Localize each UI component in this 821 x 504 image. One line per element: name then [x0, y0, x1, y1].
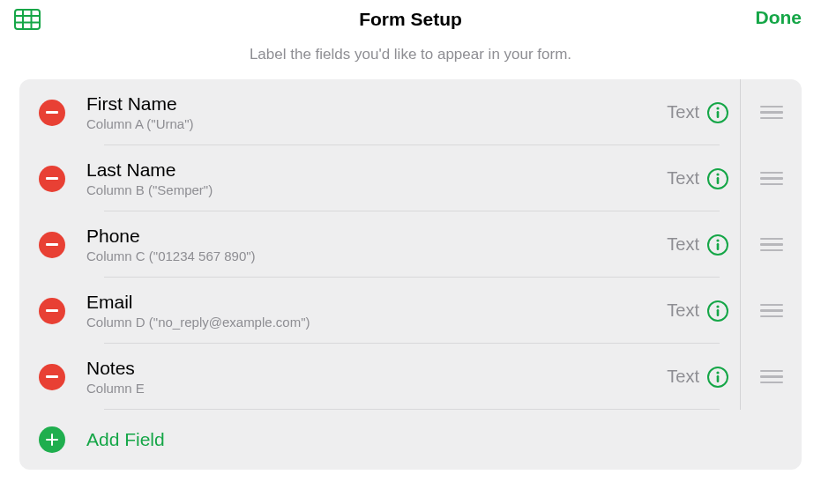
drag-line-icon	[760, 304, 783, 307]
field-type-label: Text	[667, 234, 699, 255]
field-info-button[interactable]	[706, 167, 729, 190]
info-icon	[706, 101, 729, 124]
page-title: Form Setup	[359, 9, 462, 30]
field-info-button[interactable]	[706, 101, 729, 124]
field-name: Notes	[86, 357, 667, 379]
field-info-button[interactable]	[706, 233, 729, 256]
drag-handle[interactable]	[751, 97, 792, 129]
drag-handle[interactable]	[751, 163, 792, 195]
field-row: Email Column D ("no_reply@example.com") …	[19, 278, 802, 344]
subtitle-text: Label the fields you'd like to appear in…	[0, 46, 821, 63]
remove-field-button[interactable]	[39, 166, 65, 192]
svg-rect-10	[717, 177, 720, 184]
field-row: Phone Column C ("01234 567 890") Text	[19, 211, 802, 278]
field-subtext: Column D ("no_reply@example.com")	[86, 315, 667, 330]
done-button[interactable]: Done	[756, 7, 802, 28]
add-field-row[interactable]: Add Field	[19, 410, 802, 470]
drag-line-icon	[760, 309, 783, 312]
drag-handle[interactable]	[751, 295, 792, 327]
remove-field-button[interactable]	[39, 232, 65, 258]
field-subtext: Column A ("Urna")	[86, 116, 667, 132]
drag-line-icon	[760, 238, 783, 241]
field-type-label: Text	[667, 367, 699, 387]
drag-handle[interactable]	[751, 229, 792, 261]
svg-point-18	[716, 371, 719, 374]
field-info[interactable]: Notes Column E	[86, 357, 667, 397]
field-subtext: Column B ("Semper")	[86, 182, 667, 198]
field-info[interactable]: Phone Column C ("01234 567 890")	[86, 225, 667, 264]
info-icon	[706, 233, 729, 256]
svg-rect-19	[717, 375, 720, 382]
svg-rect-7	[717, 111, 720, 118]
drag-line-icon	[760, 183, 783, 186]
svg-rect-13	[717, 243, 720, 250]
field-name: Last Name	[86, 159, 667, 181]
svg-rect-16	[717, 309, 720, 316]
field-name: Phone	[86, 225, 667, 247]
drag-line-icon	[760, 106, 783, 108]
drag-line-icon	[760, 117, 783, 120]
table-view-button[interactable]	[11, 5, 44, 36]
drag-line-icon	[760, 382, 783, 384]
info-icon	[706, 167, 729, 190]
field-info[interactable]: Last Name Column B ("Semper")	[86, 159, 667, 198]
drag-line-icon	[760, 315, 783, 318]
drag-line-icon	[760, 172, 783, 174]
svg-point-12	[716, 239, 719, 241]
field-row: Last Name Column B ("Semper") Text	[19, 145, 802, 211]
field-info[interactable]: Email Column D ("no_reply@example.com")	[86, 291, 667, 330]
svg-point-6	[716, 107, 719, 109]
info-icon	[706, 300, 729, 322]
remove-field-button[interactable]	[39, 100, 65, 126]
svg-rect-0	[15, 10, 40, 29]
drag-line-icon	[760, 177, 783, 180]
drag-line-icon	[760, 243, 783, 246]
add-field-button[interactable]	[39, 426, 65, 453]
drag-line-icon	[760, 370, 783, 373]
drag-line-icon	[760, 249, 783, 252]
field-type-label: Text	[667, 300, 699, 321]
field-row: First Name Column A ("Urna") Text	[19, 79, 802, 145]
field-subtext: Column E	[86, 381, 667, 397]
field-type-label: Text	[667, 168, 699, 189]
add-field-label: Add Field	[86, 429, 165, 450]
drag-line-icon	[760, 111, 783, 114]
drag-handle[interactable]	[751, 361, 792, 393]
field-info[interactable]: First Name Column A ("Urna")	[86, 93, 667, 132]
remove-field-button[interactable]	[39, 298, 65, 324]
field-name: First Name	[86, 93, 667, 115]
fields-panel: First Name Column A ("Urna") Text	[19, 79, 802, 470]
remove-field-button[interactable]	[39, 364, 65, 390]
field-subtext: Column C ("01234 567 890")	[86, 248, 667, 264]
field-info-button[interactable]	[706, 300, 729, 322]
svg-point-9	[716, 173, 719, 175]
field-name: Email	[86, 291, 667, 313]
svg-point-15	[716, 305, 719, 308]
info-icon	[706, 366, 729, 389]
drag-line-icon	[760, 375, 783, 378]
table-icon	[12, 7, 42, 32]
field-row: Notes Column E Text	[19, 344, 802, 410]
field-info-button[interactable]	[706, 366, 729, 389]
field-type-label: Text	[667, 102, 699, 122]
